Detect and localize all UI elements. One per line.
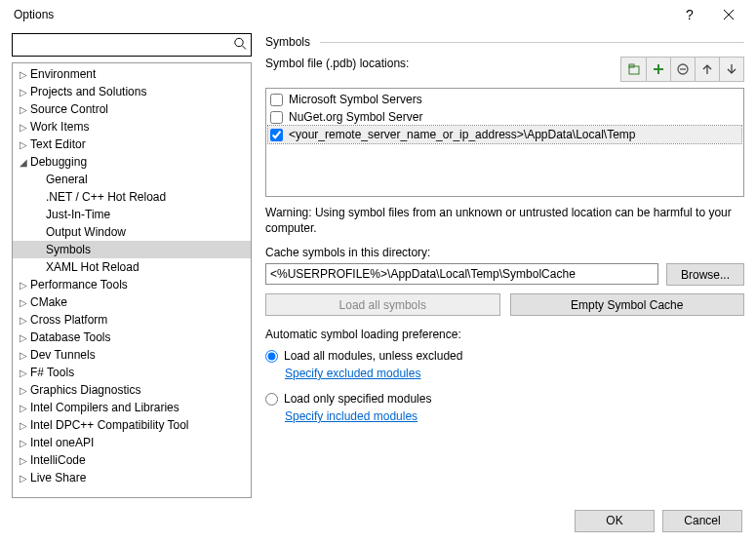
empty-symbol-cache-button[interactable]: Empty Symbol Cache: [510, 293, 745, 316]
tree-item[interactable]: ▷Intel oneAPI: [13, 434, 251, 451]
tree-item[interactable]: Output Window: [13, 223, 251, 241]
tree-item[interactable]: ▷CMake: [13, 293, 251, 311]
tree-item[interactable]: Symbols: [13, 241, 251, 258]
search-box[interactable]: [12, 33, 252, 57]
tree-item[interactable]: ▷Intel Compilers and Libraries: [13, 399, 251, 416]
chevron-right-icon: ▷: [17, 297, 30, 308]
location-label: Microsoft Symbol Servers: [289, 93, 422, 106]
tree-item-label: CMake: [30, 295, 67, 309]
tree-item-label: Projects and Solutions: [30, 85, 146, 98]
tree-item[interactable]: XAML Hot Reload: [13, 258, 251, 276]
radio-load-only-label: Load only specified modules: [284, 392, 431, 406]
tree-item[interactable]: ▷Performance Tools: [13, 276, 251, 293]
chevron-right-icon: ▷: [17, 280, 30, 291]
tree-item-label: Text Editor: [30, 137, 86, 151]
tree-item-label: Source Control: [30, 102, 108, 116]
add-icon[interactable]: [646, 58, 670, 81]
move-down-icon[interactable]: [719, 58, 743, 81]
tree-item[interactable]: ▷Graphics Diagnostics: [13, 381, 251, 399]
location-label: <your_remote_server_name_or_ip_address>\…: [289, 128, 636, 141]
location-checkbox[interactable]: [270, 94, 283, 106]
tree-item[interactable]: ▷Text Editor: [13, 136, 251, 153]
cache-path-input[interactable]: [265, 263, 658, 285]
chevron-right-icon: ▷: [17, 69, 30, 80]
location-item[interactable]: Microsoft Symbol Servers: [268, 91, 741, 108]
cache-label: Cache symbols in this directory:: [265, 246, 744, 259]
tree-item[interactable]: ◢Debugging: [13, 153, 251, 171]
tree-item[interactable]: General: [13, 171, 251, 188]
chevron-right-icon: ▷: [17, 122, 30, 133]
tree-item-label: .NET / C++ Hot Reload: [46, 190, 166, 204]
specify-excluded-link[interactable]: Specify excluded modules: [285, 367, 744, 380]
settings-panel: Symbols Symbol file (.pdb) locations:: [265, 33, 744, 498]
chevron-right-icon: ▷: [17, 438, 30, 448]
tree-item[interactable]: Just-In-Time: [13, 206, 251, 223]
location-label: NuGet.org Symbol Server: [289, 110, 422, 124]
chevron-right-icon: ▷: [17, 332, 30, 343]
auto-loading-label: Automatic symbol loading preference:: [265, 328, 744, 341]
tree-item-label: Environment: [30, 67, 96, 81]
tree-item[interactable]: ▷Projects and Solutions: [13, 83, 251, 100]
chevron-right-icon: ▷: [17, 420, 30, 431]
ok-button[interactable]: OK: [575, 510, 655, 532]
sidebar: ▷Environment▷Projects and Solutions▷Sour…: [12, 33, 252, 498]
tree-item-label: Performance Tools: [30, 278, 128, 291]
close-button[interactable]: [709, 0, 748, 29]
locations-list[interactable]: Microsoft Symbol ServersNuGet.org Symbol…: [265, 88, 744, 197]
svg-line-3: [242, 46, 246, 50]
tree-item-label: Graphics Diagnostics: [30, 383, 140, 397]
tree-item[interactable]: ▷Dev Tunnels: [13, 346, 251, 364]
tree-item[interactable]: ▷Intel DPC++ Compatibility Tool: [13, 416, 251, 434]
search-input[interactable]: [17, 38, 229, 52]
location-item[interactable]: <your_remote_server_name_or_ip_address>\…: [268, 126, 741, 143]
tree-item[interactable]: ▷F# Tools: [13, 364, 251, 381]
load-all-symbols-button[interactable]: Load all symbols: [265, 293, 500, 316]
move-up-icon[interactable]: [695, 58, 719, 81]
tree-item-label: Dev Tunnels: [30, 348, 96, 362]
chevron-down-icon: ◢: [17, 157, 30, 168]
chevron-right-icon: ▷: [17, 385, 30, 396]
tree-item[interactable]: ▷Live Share: [13, 469, 251, 486]
tree-item[interactable]: ▷Environment: [13, 65, 251, 83]
tree-item-label: Cross Platform: [30, 313, 107, 327]
chevron-right-icon: ▷: [17, 403, 30, 413]
location-checkbox[interactable]: [270, 111, 283, 124]
tree-item-label: Debugging: [30, 155, 87, 169]
tree-item-label: Intel oneAPI: [30, 436, 94, 449]
tree-item[interactable]: ▷IntelliCode: [13, 451, 251, 469]
browse-button[interactable]: Browse...: [666, 263, 744, 286]
location-item[interactable]: NuGet.org Symbol Server: [268, 108, 741, 126]
tree-item-label: IntelliCode: [30, 453, 86, 467]
tree-item-label: Intel Compilers and Libraries: [30, 401, 179, 414]
new-folder-icon[interactable]: [621, 58, 646, 81]
chevron-right-icon: ▷: [17, 455, 30, 466]
panel-title: Symbols: [265, 35, 310, 49]
tree-item[interactable]: .NET / C++ Hot Reload: [13, 188, 251, 206]
radio-load-all[interactable]: [265, 350, 278, 363]
chevron-right-icon: ▷: [17, 315, 30, 326]
locations-label: Symbol file (.pdb) locations:: [265, 57, 613, 70]
tree-item-label: Intel DPC++ Compatibility Tool: [30, 418, 189, 432]
cancel-button[interactable]: Cancel: [662, 510, 742, 532]
tree-item[interactable]: ▷Database Tools: [13, 329, 251, 346]
chevron-right-icon: ▷: [17, 350, 30, 361]
tree-item-label: XAML Hot Reload: [46, 260, 139, 274]
help-button[interactable]: ?: [670, 0, 709, 29]
tree-item[interactable]: ▷Work Items: [13, 118, 251, 136]
warning-text: Warning: Using symbol files from an unkn…: [265, 205, 744, 236]
specify-included-link[interactable]: Specify included modules: [285, 409, 744, 423]
window-title: Options: [8, 8, 54, 21]
radio-load-only[interactable]: [265, 393, 278, 406]
remove-icon[interactable]: [670, 58, 695, 81]
chevron-right-icon: ▷: [17, 473, 30, 484]
tree-item[interactable]: ▷Cross Platform: [13, 311, 251, 329]
panel-divider: [320, 42, 744, 43]
tree-item-label: Database Tools: [30, 330, 111, 344]
tree-item-label: General: [46, 173, 88, 186]
options-tree[interactable]: ▷Environment▷Projects and Solutions▷Sour…: [12, 62, 252, 498]
svg-point-2: [235, 38, 243, 46]
chevron-right-icon: ▷: [17, 368, 30, 378]
location-checkbox[interactable]: [270, 129, 283, 141]
tree-item[interactable]: ▷Source Control: [13, 100, 251, 118]
titlebar: Options ?: [0, 0, 756, 29]
